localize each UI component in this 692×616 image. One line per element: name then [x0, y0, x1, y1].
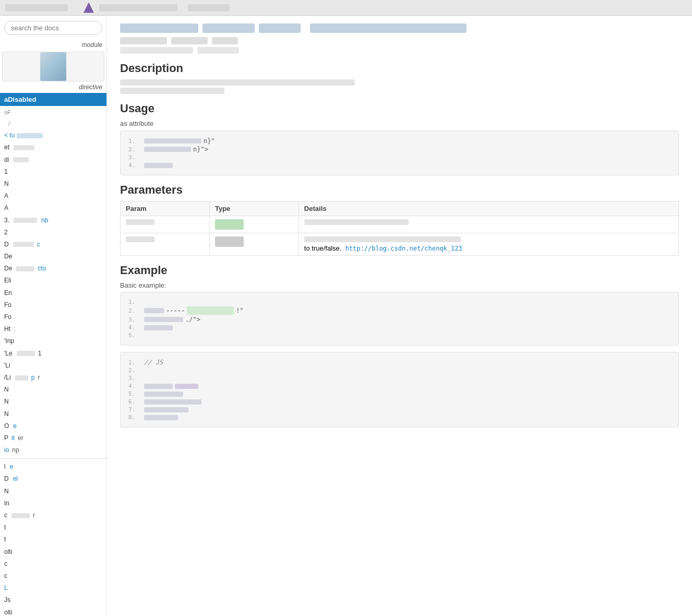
- list-item[interactable]: /Li p r: [0, 372, 106, 384]
- list-item[interactable]: De: [0, 251, 106, 263]
- logo-icon: [83, 3, 94, 13]
- tag-1: [120, 47, 193, 54]
- code-block-2: 1. 2. ----- !" 3. ./"> 4. 5.: [120, 292, 679, 346]
- col-details: Details: [299, 202, 678, 216]
- breadcrumb-row: [120, 37, 679, 44]
- usage-title: Usage: [120, 102, 679, 115]
- code-line: 2.: [128, 367, 671, 374]
- list-item[interactable]: 'Li: [0, 360, 106, 372]
- list-item[interactable]: t: [0, 522, 106, 534]
- list-item[interactable]: O e: [0, 420, 106, 432]
- sidebar-item-label: A: [4, 203, 8, 213]
- list-item[interactable]: L: [0, 582, 106, 594]
- list-item[interactable]: Fo: [0, 299, 106, 311]
- params-table: Param Type Details: [120, 201, 679, 256]
- list-item[interactable]: Ht ;: [0, 323, 106, 335]
- sidebar-item-label: Js: [4, 595, 10, 605]
- list-item[interactable]: c r: [0, 510, 106, 522]
- sidebar-item-label: di: [4, 155, 9, 165]
- sidebar-item-label: t: [4, 535, 6, 544]
- sidebar-item-label: 'Le: [4, 349, 13, 359]
- details-cell: [299, 216, 678, 233]
- list-item[interactable]: D c: [0, 239, 106, 251]
- list-item[interactable]: D el: [0, 473, 106, 485]
- directive-label: directive: [0, 82, 106, 93]
- list-item[interactable]: olti: [0, 607, 106, 617]
- sidebar-item-label: P: [4, 433, 8, 443]
- topbar-blurred-2: [99, 4, 177, 11]
- sidebar-item-label: D: [4, 474, 9, 484]
- list-item[interactable]: l e: [0, 461, 106, 473]
- code-line: 2. ----- !": [128, 306, 671, 315]
- list-item[interactable]: c: [0, 558, 106, 570]
- list-item[interactable]: di: [0, 154, 106, 166]
- list-item[interactable]: De cto: [0, 263, 106, 275]
- code-line: 4.: [128, 383, 671, 389]
- list-item[interactable]: N: [0, 408, 106, 420]
- topbar-blurred-3: [188, 4, 230, 11]
- search-input[interactable]: [4, 21, 102, 35]
- sidebar-item-label: 1: [4, 167, 8, 177]
- list-item[interactable]: P it er: [0, 432, 106, 444]
- param-cell: [121, 233, 210, 256]
- code-line: 3.: [128, 154, 671, 161]
- list-item[interactable]: c: [0, 570, 106, 582]
- list-item[interactable]: 3. nb: [0, 215, 106, 227]
- parameters-title: Parameters: [120, 183, 679, 197]
- description-title: Description: [120, 62, 679, 75]
- code-line: 7.: [128, 406, 671, 413]
- sidebar-item-label: O: [4, 421, 9, 431]
- list-item[interactable]: N: [0, 485, 106, 497]
- list-item[interactable]: A: [0, 190, 106, 202]
- code-line: 6.: [128, 398, 671, 405]
- list-item[interactable]: In: [0, 497, 106, 510]
- list-item[interactable]: oF: [0, 107, 106, 119]
- list-item[interactable]: 2: [0, 227, 106, 239]
- sidebar-item-label: el: [13, 474, 18, 484]
- list-item[interactable]: A: [0, 202, 106, 214]
- list-item[interactable]: N: [0, 384, 106, 396]
- details-text: to true/false.: [304, 244, 343, 252]
- list-item[interactable]: Fo: [0, 311, 106, 323]
- code-blurred: [144, 163, 173, 168]
- list-item[interactable]: Eli: [0, 275, 106, 287]
- list-item[interactable]: N: [0, 396, 106, 408]
- code-blurred: [144, 138, 201, 144]
- list-item[interactable]: 'Inp: [0, 335, 106, 347]
- header-blurred-1: [120, 23, 198, 33]
- sidebar-item-label: Fo: [4, 300, 11, 310]
- type-cell: [209, 233, 299, 256]
- list-item[interactable]: t: [0, 534, 106, 546]
- item-blurred: [13, 242, 34, 247]
- sidebar-item-label: N: [4, 385, 9, 395]
- list-item[interactable]: N: [0, 178, 106, 190]
- list-item[interactable]: Js: [0, 594, 106, 606]
- sidebar: module directive aDisabled oF / < tu et: [0, 16, 107, 616]
- list-item[interactable]: 'Le 1: [0, 348, 106, 360]
- list-item[interactable]: et: [0, 141, 106, 153]
- list-item[interactable]: io np: [0, 444, 106, 456]
- list-item[interactable]: < tu: [0, 129, 106, 141]
- list-item[interactable]: olti: [0, 546, 106, 558]
- code-green-highlight: [187, 306, 234, 315]
- module-label: module: [0, 40, 106, 51]
- code-line: 3.: [128, 375, 671, 382]
- code-blurred: [144, 415, 178, 420]
- sidebar-item-label: e: [13, 421, 17, 431]
- list-item[interactable]: 1: [0, 166, 106, 178]
- sidebar-active-item[interactable]: aDisabled: [0, 93, 106, 106]
- code-line: 4.: [128, 324, 671, 331]
- tag-2: [197, 47, 239, 54]
- code-line: 1. // JS: [128, 359, 671, 366]
- code-line: 5.: [128, 332, 671, 339]
- list-item[interactable]: En: [0, 287, 106, 299]
- sidebar-item-label: c: [4, 571, 7, 581]
- sidebar-item-label: 'Inp: [4, 336, 14, 346]
- item-blurred: [14, 145, 34, 150]
- item-blurred: [17, 351, 35, 356]
- basic-example-label: Basic example:: [120, 281, 679, 289]
- sidebar-item-label: c: [4, 511, 7, 520]
- code-blurred: [144, 325, 173, 330]
- code-block-3: 1. // JS 2. 3. 4. 5. 6.: [120, 352, 679, 428]
- list-item[interactable]: /: [0, 119, 106, 130]
